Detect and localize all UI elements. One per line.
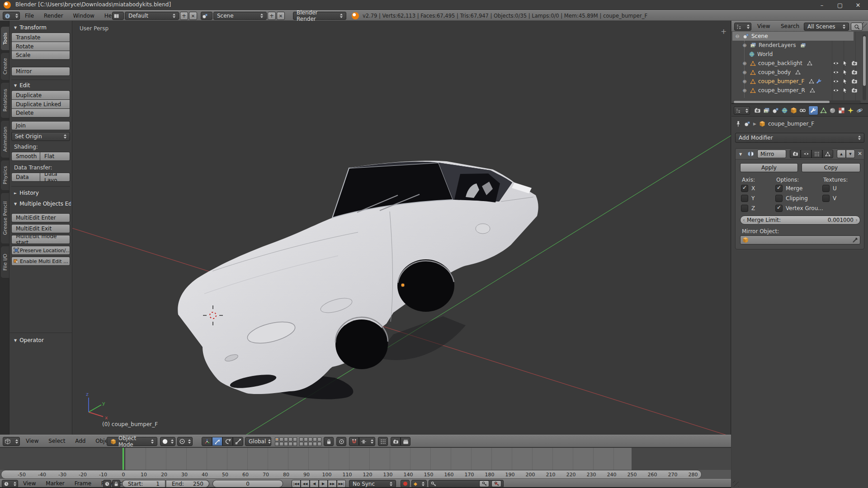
expand-icon[interactable] (741, 88, 748, 94)
menu-tl-frame[interactable]: Frame (71, 479, 95, 488)
menu-add[interactable]: Add (71, 436, 90, 446)
outliner-hscrollbar-thumb[interactable] (734, 101, 830, 103)
vertex-groups-checkbox[interactable] (775, 205, 783, 212)
panel-header-history[interactable]: History (14, 190, 39, 196)
delete-keyframe-button[interactable]: ✕ (491, 480, 501, 487)
modifier-copy-button[interactable]: Copy (802, 163, 860, 172)
tab-create[interactable]: Create (1, 52, 9, 80)
tab-particles-icon[interactable] (847, 107, 854, 114)
enable-multi-edit-button[interactable]: Enable Multi Edit ... (11, 257, 70, 266)
multiedit-enter-button[interactable]: MultiEdit Enter (11, 213, 70, 222)
renderable-icon[interactable] (851, 78, 858, 84)
active-keying-set-field[interactable]: ✕ (429, 480, 504, 488)
outliner-row-coupe-backlight[interactable]: coupe_backlight (732, 59, 868, 68)
modifier-render-toggle[interactable] (790, 150, 801, 158)
layers-widget-group1[interactable] (275, 437, 297, 446)
layers-widget-group2[interactable] (299, 437, 321, 446)
timeline-ruler-ticks[interactable]: -50-40-30-20-100102030405060708090100110… (1, 470, 702, 479)
current-frame-field[interactable]: 0 (212, 480, 283, 488)
render-engine-selector[interactable]: Blender Render (293, 12, 346, 20)
rotate-manipulator-button[interactable] (222, 437, 233, 446)
region-expand-icon[interactable]: + (721, 27, 726, 36)
manipulator-toggle[interactable] (202, 437, 212, 446)
duplicate-linked-button[interactable]: Duplicate Linked (11, 99, 70, 108)
texture-v-checkbox[interactable] (822, 195, 830, 202)
add-modifier-dropdown[interactable]: Add Modifier (735, 133, 864, 143)
pivot-point-selector[interactable] (177, 437, 193, 446)
editor-type-selector-info[interactable] (3, 12, 20, 20)
outliner-row-coupe-bumper-r[interactable]: coupe_bumper_R (732, 86, 868, 95)
axis-x-checkbox-row[interactable]: X (741, 185, 755, 192)
panel-header-edit[interactable]: Edit (14, 82, 30, 89)
expand-icon[interactable] (741, 79, 748, 84)
insert-keyframe-button[interactable] (479, 480, 489, 487)
preserve-location-button[interactable]: Preserve Location/... (11, 246, 70, 255)
tab-constraints-icon[interactable] (799, 107, 806, 114)
snap-toggle-button[interactable] (349, 437, 359, 446)
remove-layout-button[interactable]: ✕ (189, 12, 197, 20)
renderable-icon[interactable] (851, 60, 858, 66)
tab-modifiers-icon[interactable] (808, 106, 818, 115)
axis-y-checkbox[interactable] (741, 195, 748, 202)
menu-window[interactable]: Window (69, 11, 98, 21)
tab-grease-pencil[interactable]: Grease Pencil (1, 192, 9, 244)
outliner-row-scene[interactable]: Scene (732, 32, 854, 41)
selectable-icon[interactable] (842, 79, 848, 84)
outliner-row-coupe-body[interactable]: coupe_body (732, 68, 868, 77)
eyedropper-icon[interactable] (852, 237, 858, 243)
tab-object-data-icon[interactable] (820, 107, 827, 114)
add-scene-button[interactable]: + (268, 12, 276, 20)
merge-checkbox-row[interactable]: Merge (775, 185, 802, 192)
outliner-search-button[interactable] (851, 23, 863, 31)
panel-header-transform[interactable]: Transform (14, 24, 47, 31)
record-button[interactable] (401, 480, 410, 488)
panel-header-operator[interactable]: Operator (14, 337, 44, 343)
opengl-render-anim-button[interactable] (401, 437, 410, 446)
current-frame-line[interactable] (123, 448, 124, 470)
modifier-move-up-button[interactable]: ▲ (837, 150, 846, 158)
texture-v-checkbox-row[interactable]: V (822, 195, 836, 202)
play-reverse-button[interactable]: ◀ (310, 480, 319, 488)
panel-header-multi-edit[interactable]: Multiple Objects Edit (14, 201, 71, 207)
sync-mode-selector[interactable]: No Sync (349, 480, 396, 488)
outliner-filter-selector[interactable]: All Scenes (804, 23, 849, 31)
tab-scene-icon[interactable] (772, 107, 779, 114)
next-keyframe-button[interactable]: ▶▶ (328, 480, 337, 488)
menu-view[interactable]: View (22, 436, 42, 446)
editor-type-selector-timeline[interactable] (2, 480, 18, 488)
tab-tools[interactable]: Tools (1, 26, 9, 51)
modifier-collapse-icon[interactable] (739, 151, 745, 157)
duplicate-button[interactable]: Duplicate (11, 90, 70, 99)
modifier-editmode-toggle[interactable] (811, 150, 822, 158)
tab-material-icon[interactable] (829, 107, 836, 114)
hide-icon[interactable] (833, 87, 839, 94)
hide-icon[interactable] (833, 78, 839, 84)
axis-z-checkbox-row[interactable]: Z (741, 205, 755, 212)
add-layout-button[interactable]: + (180, 12, 188, 20)
set-origin-dropdown[interactable]: Set Origin (11, 132, 70, 141)
texture-u-checkbox-row[interactable]: U (822, 185, 837, 192)
modifier-delete-icon[interactable]: ✕ (858, 150, 862, 157)
expand-icon[interactable] (741, 61, 748, 66)
editor-type-selector-outliner[interactable] (734, 23, 751, 31)
selectable-icon[interactable] (842, 61, 848, 66)
texture-u-checkbox[interactable] (822, 185, 830, 192)
data-button[interactable]: Data (11, 173, 40, 182)
minimize-button[interactable]: – (814, 0, 830, 10)
proportional-edit-button[interactable] (336, 437, 346, 446)
renderable-icon[interactable] (851, 69, 858, 75)
modifier-name-field[interactable]: Mirro (757, 150, 786, 158)
scene-icon-button[interactable] (201, 12, 212, 20)
scene-selector[interactable]: Scene (213, 12, 267, 20)
end-frame-field[interactable]: End: 250 (166, 480, 209, 488)
multiedit-exit-button[interactable]: MultiEdit Exit (11, 224, 70, 233)
collapse-icon[interactable] (734, 33, 741, 39)
axis-x-checkbox[interactable] (741, 185, 748, 192)
mirror-object-field[interactable] (740, 235, 860, 244)
tab-animation[interactable]: Animation (1, 120, 9, 158)
keying-set-selector[interactable]: ◆ (411, 480, 427, 488)
outliner-row-coupe-bumper-f[interactable]: coupe_bumper_F (732, 77, 868, 86)
menu-outliner-search[interactable]: Search (777, 21, 803, 31)
merge-limit-slider[interactable]: Merge Limit: 0.001000 (740, 216, 860, 225)
join-button[interactable]: Join (11, 121, 70, 130)
